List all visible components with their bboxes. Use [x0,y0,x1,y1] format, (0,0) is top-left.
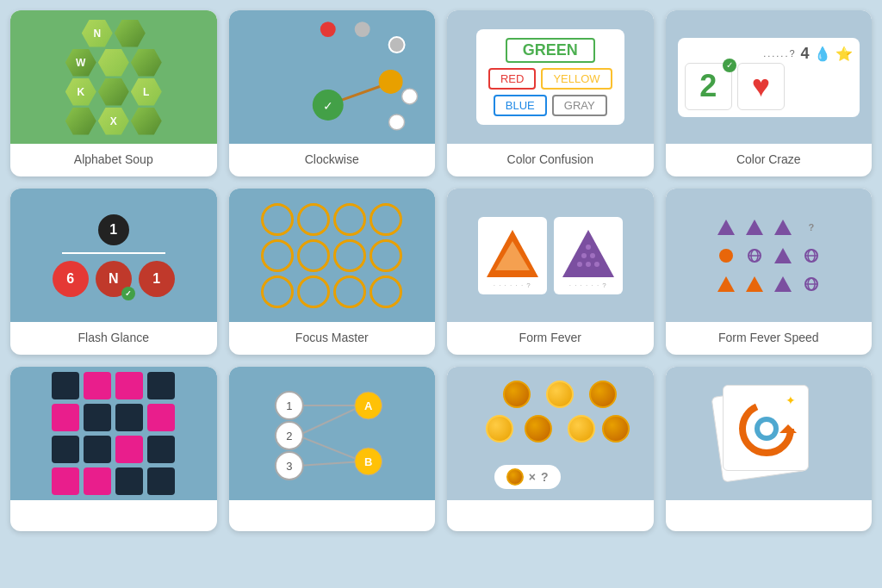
game-grid: N W K L X Alpha [10,10,872,531]
thumb-clockwise: ✓ [229,10,436,144]
question-mark: ? [541,470,549,484]
form-fever-content: · · · · · · ? · · · · · · ? [478,217,623,294]
thumb-coins: × ? [447,367,654,500]
speed-grid: ? [710,211,828,300]
flash-check-icon: ✓ [121,287,135,300]
svg-point-1 [354,22,370,37]
focus-item [297,239,330,272]
card-label: Color Confusion [502,144,599,176]
card-color-confusion[interactable]: GREEN RED YELLOW BLUE GRAY Color Confusi… [447,10,654,176]
card-color-craze[interactable]: ......? 4 💧 ⭐ 2 ✓ ♥ Color Craze [666,10,873,176]
pg-cell-pink [52,404,79,431]
svg-text:✦: ✦ [786,393,796,407]
circle-icon [719,249,733,263]
thumb-network: 1 2 3 A B [229,367,436,500]
hex-cell: L [131,78,162,106]
cc-option-gray: GRAY [552,95,607,116]
card-label [109,500,119,531]
craze-drop-icon: 💧 [814,46,831,62]
coin [589,381,617,408]
card-label: Form Fever Speed [713,322,824,355]
speed-cell [742,271,767,297]
focus-item [297,203,330,236]
thumb-focus-master [229,189,436,322]
card-coins[interactable]: × ? [447,367,654,531]
speed-cell [770,243,796,269]
card-form-fever[interactable]: · · · · · · ? · · · · · · ? [447,189,654,355]
svg-text:A: A [363,399,372,412]
svg-point-0 [320,22,335,37]
cc-option-yellow: YELLOW [541,68,612,90]
svg-point-2 [388,37,404,53]
card-focus-master[interactable]: Focus Master [229,189,436,355]
cc-row-2: BLUE GRAY [494,95,607,116]
color-confusion-content: GREEN RED YELLOW BLUE GRAY [476,29,624,125]
speed-cell [713,243,739,269]
speed-cell [742,243,767,269]
coin [568,415,595,443]
flash-circle-n: N ✓ [96,261,132,297]
focus-item [333,203,366,236]
network-svg: 1 2 3 A B [229,367,436,500]
card-label [763,500,773,531]
hex-cell [65,108,96,135]
thumb-flash-glance: 1 6 N ✓ 1 [10,189,217,322]
pink-grid-content [47,367,180,500]
hex-grid: N W K L X [65,20,162,135]
ff-dots-purple: · · · · · · ? [569,282,607,289]
focus-item [333,239,366,272]
pg-cell-pink [84,372,111,399]
ff-card-purple: · · · · · · ? [554,217,623,294]
card-pink-grid[interactable] [10,367,217,531]
craze-big-number: 2 [699,68,717,104]
card-flash-glance[interactable]: 1 6 N ✓ 1 Flash Glance [10,189,217,355]
coin [546,381,574,408]
cc-option-red: RED [488,68,536,90]
svg-point-16 [590,253,595,258]
speed-cell: ? [798,214,824,240]
pg-cell-pink [52,467,79,495]
pg-cell-pink [147,404,175,431]
coin [486,415,513,443]
coin-small [506,468,524,486]
pg-cell-pink [115,436,143,463]
card-form-fever-speed[interactable]: ? Form Fever Speed [666,189,873,355]
card-network[interactable]: 1 2 3 A B [229,367,436,531]
speed-cell [713,271,739,297]
svg-text:✓: ✓ [322,99,332,113]
svg-point-8 [401,89,417,104]
pg-cell-dark [52,436,79,463]
pg-cell-dark [52,372,79,399]
pg-cell-dark [147,436,175,463]
craze-top-row: ......? 4 💧 ⭐ [685,45,853,63]
pg-cell-dark [115,467,143,495]
triangle-icon [774,276,792,292]
card-label: Color Craze [731,144,806,176]
hex-cell: X [98,108,129,135]
card-clockwise[interactable]: ✓ Clockwise [229,10,436,176]
globe-icon [747,248,762,263]
triangle-orange-icon [746,276,763,292]
pg-cell-dark [147,467,175,495]
focus-item [297,275,330,308]
speed-cell [798,271,824,297]
card-label [326,500,337,531]
ff-triangle-svg-orange [482,226,543,286]
card-label: Clockwise [300,144,364,176]
card-alphabet-soup[interactable]: N W K L X Alpha [10,10,217,176]
thumb-puzzle: ✦ [666,367,873,500]
craze-dots: ......? [763,48,796,59]
flash-separator [62,252,165,254]
ff-dots-orange: · · · · · · ? [494,282,531,289]
focus-item [370,275,402,308]
thumb-form-fever: · · · · · · ? · · · · · · ? [447,189,654,322]
thumb-color-craze: ......? 4 💧 ⭐ 2 ✓ ♥ [666,10,873,144]
pg-cell-dark [84,436,111,463]
hex-cell [98,49,129,77]
ff-card-orange: · · · · · · ? [478,217,547,294]
flash-circle-1: 1 [139,261,175,297]
card-puzzle[interactable]: ✦ [666,367,873,531]
focus-item [333,275,366,308]
triangle-icon [717,220,735,235]
craze-card-heart: ♥ [737,63,785,110]
